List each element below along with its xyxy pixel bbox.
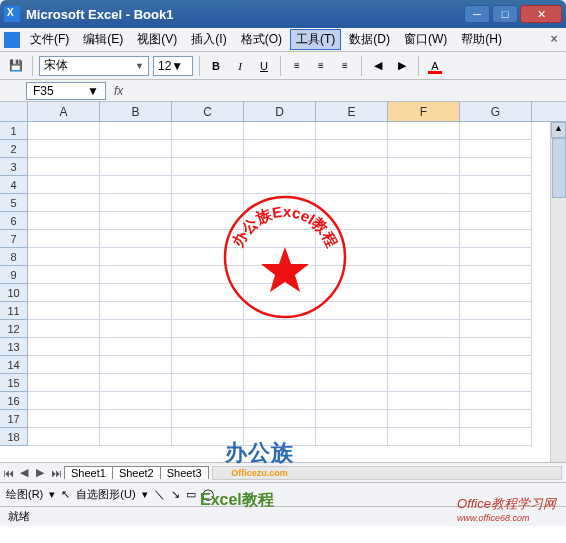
row-header[interactable]: 14 bbox=[0, 356, 28, 374]
cell[interactable] bbox=[28, 320, 100, 338]
cell[interactable] bbox=[244, 374, 316, 392]
cell[interactable] bbox=[316, 338, 388, 356]
cell[interactable] bbox=[100, 194, 172, 212]
name-box[interactable]: F35 ▼ bbox=[26, 82, 106, 100]
row-header[interactable]: 15 bbox=[0, 374, 28, 392]
cell[interactable] bbox=[388, 338, 460, 356]
cell[interactable] bbox=[316, 194, 388, 212]
close-button[interactable]: ✕ bbox=[520, 5, 562, 23]
cell[interactable] bbox=[28, 392, 100, 410]
pointer-icon[interactable]: ↖ bbox=[61, 488, 70, 501]
cell[interactable] bbox=[28, 140, 100, 158]
cell[interactable] bbox=[244, 392, 316, 410]
cell[interactable] bbox=[316, 320, 388, 338]
cell[interactable] bbox=[172, 140, 244, 158]
row-header[interactable]: 4 bbox=[0, 176, 28, 194]
cell[interactable] bbox=[460, 230, 532, 248]
vertical-scrollbar[interactable]: ▲ bbox=[550, 122, 566, 462]
cell[interactable] bbox=[28, 356, 100, 374]
cell[interactable] bbox=[100, 410, 172, 428]
cell[interactable] bbox=[388, 248, 460, 266]
cell[interactable] bbox=[460, 176, 532, 194]
cell[interactable] bbox=[316, 374, 388, 392]
menu-data[interactable]: 数据(D) bbox=[343, 29, 396, 50]
cell[interactable] bbox=[316, 428, 388, 446]
cell[interactable] bbox=[316, 392, 388, 410]
cell[interactable] bbox=[388, 374, 460, 392]
cell[interactable] bbox=[460, 410, 532, 428]
cell[interactable] bbox=[316, 230, 388, 248]
cell[interactable] bbox=[460, 374, 532, 392]
column-header[interactable]: D bbox=[244, 102, 316, 121]
cell[interactable] bbox=[316, 176, 388, 194]
cell[interactable] bbox=[172, 194, 244, 212]
select-all-corner[interactable] bbox=[0, 102, 28, 121]
tab-first-icon[interactable]: ⏮ bbox=[0, 467, 16, 479]
cell[interactable] bbox=[172, 392, 244, 410]
tab-prev-icon[interactable]: ◀ bbox=[16, 466, 32, 479]
cell[interactable] bbox=[460, 284, 532, 302]
cell[interactable] bbox=[316, 266, 388, 284]
column-header[interactable]: F bbox=[388, 102, 460, 121]
cell[interactable] bbox=[100, 428, 172, 446]
menu-insert[interactable]: 插入(I) bbox=[185, 29, 232, 50]
cell[interactable] bbox=[28, 284, 100, 302]
cell[interactable] bbox=[28, 230, 100, 248]
app-icon[interactable] bbox=[4, 32, 20, 48]
cell[interactable] bbox=[100, 374, 172, 392]
column-header[interactable]: B bbox=[100, 102, 172, 121]
cell[interactable] bbox=[100, 122, 172, 140]
save-icon[interactable]: 💾 bbox=[6, 56, 26, 76]
cell[interactable] bbox=[460, 338, 532, 356]
cell[interactable] bbox=[460, 140, 532, 158]
sheet-tab-2[interactable]: Sheet2 bbox=[112, 466, 161, 479]
cell[interactable] bbox=[460, 392, 532, 410]
cell[interactable] bbox=[28, 158, 100, 176]
cell[interactable] bbox=[172, 356, 244, 374]
tab-next-icon[interactable]: ▶ bbox=[32, 466, 48, 479]
cell[interactable] bbox=[316, 212, 388, 230]
cell[interactable] bbox=[388, 320, 460, 338]
row-header[interactable]: 11 bbox=[0, 302, 28, 320]
cell[interactable] bbox=[388, 302, 460, 320]
cell[interactable] bbox=[388, 176, 460, 194]
row-header[interactable]: 16 bbox=[0, 392, 28, 410]
cell[interactable] bbox=[100, 302, 172, 320]
align-right-button[interactable]: ≡ bbox=[335, 56, 355, 76]
cell[interactable] bbox=[460, 122, 532, 140]
cell[interactable] bbox=[100, 140, 172, 158]
row-header[interactable]: 12 bbox=[0, 320, 28, 338]
row-header[interactable]: 3 bbox=[0, 158, 28, 176]
rectangle-icon[interactable]: ▭ bbox=[186, 488, 196, 501]
cell[interactable] bbox=[244, 266, 316, 284]
cell[interactable] bbox=[28, 122, 100, 140]
row-header[interactable]: 9 bbox=[0, 266, 28, 284]
cell[interactable] bbox=[172, 320, 244, 338]
cell[interactable] bbox=[28, 374, 100, 392]
cell[interactable] bbox=[28, 194, 100, 212]
cell[interactable] bbox=[172, 302, 244, 320]
cell[interactable] bbox=[460, 428, 532, 446]
cell[interactable] bbox=[460, 158, 532, 176]
scroll-up-icon[interactable]: ▲ bbox=[551, 122, 566, 138]
italic-button[interactable]: I bbox=[230, 56, 250, 76]
cell[interactable] bbox=[244, 284, 316, 302]
cell[interactable] bbox=[460, 320, 532, 338]
cell[interactable] bbox=[100, 320, 172, 338]
cell[interactable] bbox=[244, 338, 316, 356]
line-icon[interactable]: ＼ bbox=[154, 487, 165, 502]
cell[interactable] bbox=[460, 356, 532, 374]
row-header[interactable]: 6 bbox=[0, 212, 28, 230]
row-header[interactable]: 5 bbox=[0, 194, 28, 212]
cells[interactable] bbox=[28, 122, 566, 446]
cell[interactable] bbox=[388, 356, 460, 374]
cell[interactable] bbox=[244, 410, 316, 428]
cell[interactable] bbox=[388, 392, 460, 410]
cell[interactable] bbox=[172, 176, 244, 194]
font-color-button[interactable]: A bbox=[425, 56, 445, 76]
menu-format[interactable]: 格式(O) bbox=[235, 29, 288, 50]
cell[interactable] bbox=[100, 266, 172, 284]
cell[interactable] bbox=[388, 212, 460, 230]
cell[interactable] bbox=[28, 248, 100, 266]
cell[interactable] bbox=[172, 374, 244, 392]
